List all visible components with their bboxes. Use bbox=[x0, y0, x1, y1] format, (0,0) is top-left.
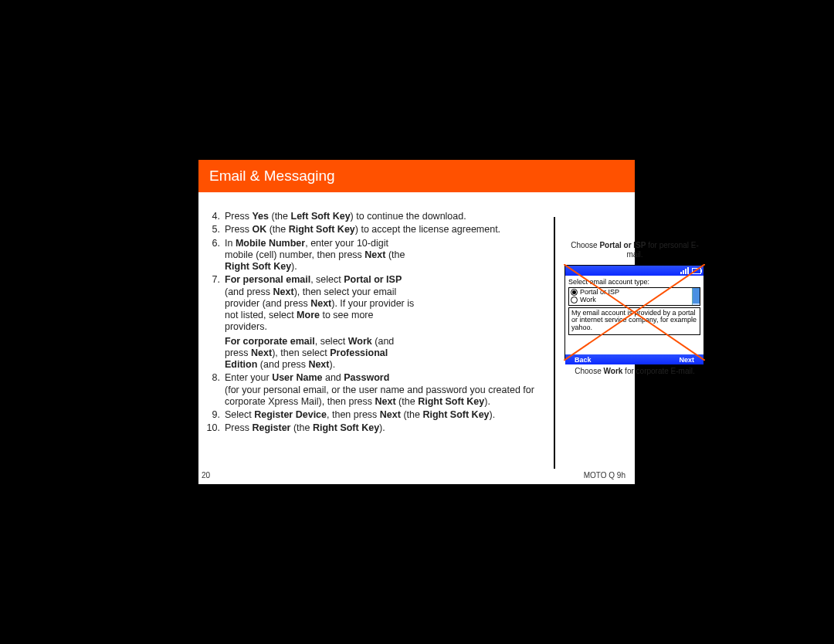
phone-content: Select email account type: Portal or ISP… bbox=[565, 276, 703, 354]
step-10: Press Register (the Right Soft Key). bbox=[202, 422, 545, 434]
document-page: Email & Messaging Choose Portal or ISP f… bbox=[198, 160, 635, 484]
figure-caption-top: Choose Portal or ISP for personal E-mail… bbox=[565, 241, 704, 259]
radio-selected-icon bbox=[571, 289, 578, 296]
softkey-next: Next bbox=[679, 356, 694, 364]
page-footer: 20 MOTO Q 9h bbox=[202, 471, 626, 480]
step-8: Enter your User Name and Password (for y… bbox=[202, 372, 545, 408]
phone-softkey-bar: Back Next bbox=[565, 354, 703, 364]
step-4: Press Yes (the Left Soft Key) to continu… bbox=[202, 211, 545, 222]
step-7: For personal email, select Portal or ISP… bbox=[202, 274, 415, 371]
section-heading: Email & Messaging bbox=[198, 160, 635, 192]
battery-icon bbox=[692, 268, 701, 274]
phone-option-list: Portal or ISP Work bbox=[568, 287, 700, 306]
figure-caption-bottom: Choose Work for corporate E-mail. bbox=[565, 367, 704, 376]
option-work: Work bbox=[571, 297, 698, 304]
option-label: Work bbox=[580, 297, 596, 304]
step-7-corporate: For corporate email, select Work (and pr… bbox=[225, 336, 415, 371]
phone-description: My email account is provided by a portal… bbox=[568, 307, 700, 335]
phone-screenshot: Select email account type: Portal or ISP… bbox=[564, 265, 704, 360]
phone-status-bar bbox=[565, 266, 703, 276]
phone-scrollbar bbox=[692, 288, 700, 305]
step-5: Press OK (the Right Soft Key) to accept … bbox=[202, 224, 545, 236]
section-heading-text: Email & Messaging bbox=[209, 168, 335, 184]
caption-text: Choose bbox=[571, 241, 599, 249]
caption-text: for corporate E-mail. bbox=[622, 367, 694, 375]
caption-bold: Work bbox=[604, 367, 623, 375]
instruction-list: Press Yes (the Left Soft Key) to continu… bbox=[202, 211, 545, 435]
signal-icon bbox=[680, 267, 689, 274]
step-6: In Mobile Number, enter your 10-digit mo… bbox=[202, 238, 410, 273]
page-root: Email & Messaging Choose Portal or ISP f… bbox=[0, 0, 834, 644]
softkey-back: Back bbox=[575, 356, 592, 364]
radio-icon bbox=[571, 297, 578, 303]
device-model: MOTO Q 9h bbox=[584, 471, 626, 480]
caption-text: Choose bbox=[575, 367, 603, 375]
steps-column: Press Yes (the Left Soft Key) to continu… bbox=[202, 211, 545, 436]
phone-prompt: Select email account type: bbox=[568, 279, 700, 286]
figure-divider bbox=[554, 217, 555, 469]
phone-scroll-thumb bbox=[693, 288, 700, 303]
step-7-personal: For personal email, select Portal or ISP… bbox=[225, 274, 415, 333]
step-9: Select Register Device, then press Next … bbox=[202, 409, 545, 421]
caption-bold: Portal or ISP bbox=[599, 241, 646, 249]
page-number: 20 bbox=[202, 471, 210, 480]
